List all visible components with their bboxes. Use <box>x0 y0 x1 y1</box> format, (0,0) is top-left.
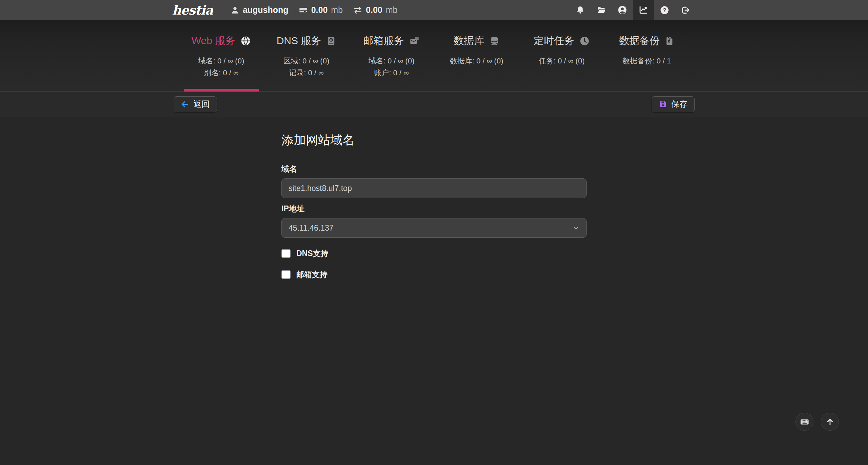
notification-bell-icon[interactable] <box>570 0 591 20</box>
nav-cron-stat-jobs: 任务: 0 / ∞ (0) <box>519 55 604 67</box>
nav-web-stat-domains: 域名: 0 / ∞ (0) <box>179 55 264 67</box>
topbar-icon-row: ? <box>570 0 696 20</box>
nav-tab-backup[interactable]: 数据备份 数据备份: 0 / 1 <box>604 34 689 91</box>
user-menu[interactable]: augushong <box>231 5 289 15</box>
help-question-icon[interactable]: ? <box>654 0 675 20</box>
floppy-save-icon <box>659 100 667 108</box>
logout-icon[interactable] <box>675 0 696 20</box>
nav-mail-stat-domains: 域名: 0 / ∞ (0) <box>349 55 434 67</box>
ip-select[interactable]: 45.11.46.137 <box>281 218 587 238</box>
keyboard-shortcuts-button[interactable] <box>795 413 813 431</box>
nav-tab-db-label: 数据库 <box>454 34 484 48</box>
nav-tab-dns-label: DNS 服务 <box>277 34 321 48</box>
transfer-arrows-icon <box>353 5 362 15</box>
arrow-left-icon <box>181 100 189 109</box>
chevron-down-icon <box>573 225 579 231</box>
back-button[interactable]: 返回 <box>174 96 217 112</box>
ip-select-value: 45.11.46.137 <box>289 224 334 233</box>
domain-label: 域名 <box>281 164 587 174</box>
disk-usage: 0.00 mb <box>299 5 343 15</box>
save-button-label: 保存 <box>671 99 688 110</box>
nav-tab-db[interactable]: 数据库 数据库: 0 / ∞ (0) <box>434 34 519 91</box>
statistics-chart-icon[interactable] <box>633 0 654 20</box>
nav-tab-cron[interactable]: 定时任务 任务: 0 / ∞ (0) <box>519 34 604 91</box>
backup-archive-icon <box>665 36 674 46</box>
clock-icon <box>579 36 590 46</box>
mail-support-checkbox[interactable] <box>281 270 291 279</box>
user-account-icon[interactable] <box>612 0 633 20</box>
disk-value: 0.00 <box>311 5 328 15</box>
nav-dns-stat-records: 记录: 0 / ∞ <box>264 67 349 79</box>
scroll-to-top-button[interactable] <box>821 413 839 431</box>
hestia-logo[interactable]: hestia <box>172 3 213 18</box>
nav-db-stat-databases: 数据库: 0 / ∞ (0) <box>434 55 519 67</box>
back-button-label: 返回 <box>194 99 210 110</box>
bandwidth-value: 0.00 <box>366 5 382 15</box>
nav-tab-mail-label: 邮箱服务 <box>363 34 404 48</box>
nav-web-stat-aliases: 别名: 0 / ∞ <box>179 67 264 79</box>
nav-tab-web-label: Web 服务 <box>192 34 235 48</box>
disk-unit: mb <box>331 5 343 15</box>
hard-drive-icon <box>299 5 308 15</box>
user-icon <box>231 6 239 15</box>
save-button[interactable]: 保存 <box>652 96 695 112</box>
dns-support-checkbox[interactable] <box>281 249 291 258</box>
bandwidth-usage: 0.00 mb <box>353 5 397 15</box>
nav-tab-web[interactable]: Web 服务 域名: 0 / ∞ (0) 别名: 0 / ∞ <box>179 34 264 91</box>
keyboard-icon <box>800 417 809 427</box>
nav-tab-dns[interactable]: DNS 服务 区域: 0 / ∞ (0) 记录: 0 / ∞ <box>264 34 349 91</box>
dns-support-label: DNS支持 <box>296 248 329 259</box>
nav-mail-stat-accounts: 账户: 0 / ∞ <box>349 67 434 79</box>
bandwidth-unit: mb <box>386 5 398 15</box>
arrow-up-icon <box>826 418 834 426</box>
username: augushong <box>243 5 289 15</box>
dns-book-icon <box>326 36 336 46</box>
nav-tab-cron-label: 定时任务 <box>534 34 574 48</box>
mail-support-label: 邮箱支持 <box>296 269 328 280</box>
globe-icon <box>240 36 251 46</box>
file-manager-folder-icon[interactable] <box>591 0 612 20</box>
svg-text:?: ? <box>663 7 666 13</box>
mail-support-checkbox-row[interactable]: 邮箱支持 <box>281 269 587 280</box>
nav-dns-stat-zones: 区域: 0 / ∞ (0) <box>264 55 349 67</box>
main-nav: Web 服务 域名: 0 / ∞ (0) 别名: 0 / ∞ DNS 服务 区域… <box>0 20 868 92</box>
mail-icon <box>409 36 420 46</box>
ip-label: IP地址 <box>281 204 587 214</box>
page-title: 添加网站域名 <box>281 132 587 149</box>
topbar: hestia augushong 0.00 mb 0.00 mb <box>0 0 868 20</box>
nav-tab-backup-label: 数据备份 <box>619 34 660 48</box>
nav-tab-mail[interactable]: 邮箱服务 域名: 0 / ∞ (0) 账户: 0 / ∞ <box>349 34 434 91</box>
domain-input[interactable] <box>281 178 587 198</box>
nav-backup-stat: 数据备份: 0 / 1 <box>604 55 689 67</box>
add-domain-form: 添加网站域名 域名 IP地址 45.11.46.137 DNS支持 邮箱支持 <box>281 117 587 280</box>
main-content: 添加网站域名 域名 IP地址 45.11.46.137 DNS支持 邮箱支持 <box>0 117 868 280</box>
dns-support-checkbox-row[interactable]: DNS支持 <box>281 248 587 259</box>
database-icon <box>489 36 499 46</box>
toolbar: 返回 保存 <box>0 92 868 117</box>
